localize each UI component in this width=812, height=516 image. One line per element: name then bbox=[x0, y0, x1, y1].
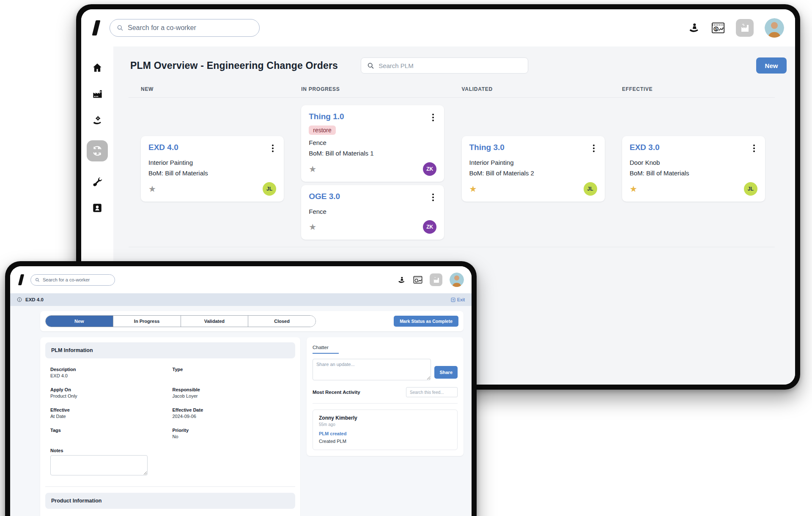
plm-card-thing-3[interactable]: Thing 3.0 Interior Painting BoM: Bill of… bbox=[462, 136, 605, 202]
favorite-star-icon[interactable]: ★ bbox=[148, 185, 156, 193]
kebab-menu-icon[interactable] bbox=[430, 192, 436, 203]
back-app-header: Search for a co-worker $ bbox=[81, 9, 795, 46]
assignee-avatar[interactable]: JL bbox=[744, 182, 757, 196]
favorite-star-icon[interactable]: ★ bbox=[469, 185, 477, 193]
status-pipeline-card: New In Progress Validated Closed Mark St… bbox=[40, 311, 464, 331]
board-row-divider bbox=[129, 247, 775, 247]
kebab-menu-icon[interactable] bbox=[751, 143, 757, 154]
kanban-column-effective: EXD 3.0 Door Knob BoM: Bill of Materials… bbox=[622, 105, 775, 240]
coworker-search-placeholder: Search for a co-worker bbox=[43, 277, 90, 282]
card-title-link[interactable]: Thing 3.0 bbox=[469, 143, 505, 152]
share-button[interactable]: Share bbox=[434, 366, 458, 379]
column-header-new: NEW bbox=[141, 86, 294, 92]
sales-analytics-icon[interactable]: $ bbox=[711, 22, 725, 34]
kanban-column-in-progress: Thing 1.0 restore Fence BoM: Bill of Mat… bbox=[301, 105, 454, 240]
plm-search-input[interactable]: Search PLM bbox=[361, 57, 528, 74]
sidebar-item-machines[interactable] bbox=[91, 88, 103, 100]
tab-chatter[interactable]: Chatter bbox=[313, 345, 339, 354]
sidebar-item-plm-active[interactable] bbox=[87, 140, 108, 161]
stage-in-progress[interactable]: In Progress bbox=[113, 316, 181, 327]
sidebar-item-services[interactable] bbox=[91, 114, 103, 126]
app-logo[interactable] bbox=[18, 274, 24, 285]
field-description: Description EXD 4.0 bbox=[50, 367, 168, 379]
field-tags: Tags bbox=[50, 428, 168, 440]
sidebar-item-home[interactable] bbox=[91, 62, 103, 74]
kebab-menu-icon[interactable] bbox=[430, 112, 436, 123]
field-priority: Priority No bbox=[173, 428, 291, 440]
card-title-link[interactable]: OGE 3.0 bbox=[309, 192, 340, 201]
search-icon bbox=[367, 62, 374, 69]
assignee-avatar[interactable]: JL bbox=[263, 182, 276, 196]
activity-timestamp: 55m ago bbox=[319, 422, 451, 427]
sidebar-item-tools[interactable] bbox=[91, 176, 103, 188]
card-line: BoM: Bill of Materials bbox=[630, 169, 757, 177]
support-icon[interactable] bbox=[397, 276, 406, 284]
stage-new[interactable]: New bbox=[46, 316, 113, 327]
front-app-header: Search for a co-worker bbox=[10, 266, 472, 293]
record-breadcrumb-bar: EXD 4.0 Exit bbox=[10, 293, 472, 306]
sidebar-item-employee-badge[interactable] bbox=[91, 202, 103, 214]
share-update-textarea[interactable] bbox=[313, 359, 431, 380]
card-line: BoM: Bill of Materials bbox=[148, 169, 276, 177]
kebab-menu-icon[interactable] bbox=[590, 143, 597, 154]
exit-button[interactable]: Exit bbox=[451, 297, 465, 302]
card-line: Interior Painting bbox=[469, 158, 597, 167]
app-logo[interactable] bbox=[92, 20, 101, 35]
feed-search-input[interactable] bbox=[406, 387, 458, 397]
assignee-avatar[interactable]: ZK bbox=[423, 220, 436, 234]
activity-header: Most Recent Activity bbox=[313, 390, 360, 395]
stage-closed[interactable]: Closed bbox=[248, 316, 315, 327]
stage-validated[interactable]: Validated bbox=[181, 316, 249, 327]
coworker-search-input[interactable]: Search for a co-worker bbox=[30, 274, 115, 286]
plm-card-oge-3[interactable]: OGE 3.0 Fence ★ ZK bbox=[301, 185, 444, 240]
support-icon[interactable] bbox=[688, 22, 700, 34]
kebab-menu-icon[interactable] bbox=[269, 143, 276, 154]
field-notes: Notes bbox=[50, 448, 168, 477]
coworker-search-placeholder: Search for a co-worker bbox=[128, 24, 196, 32]
notes-textarea[interactable] bbox=[50, 455, 148, 475]
plm-card-exd-3[interactable]: EXD 3.0 Door Knob BoM: Bill of Materials… bbox=[622, 136, 765, 202]
activity-item: Zonny Kimberly 55m ago PLM created Creat… bbox=[313, 410, 458, 450]
card-line: Fence bbox=[309, 138, 436, 147]
board-divider bbox=[129, 97, 775, 98]
field-effective-date: Effective Date 2024-09-06 bbox=[173, 407, 291, 419]
card-title-link[interactable]: Thing 1.0 bbox=[309, 112, 344, 121]
field-apply-on: Apply On Product Only bbox=[50, 387, 168, 399]
plm-information-card: PLM Information Description EXD 4.0 Type… bbox=[40, 337, 300, 516]
field-responsible: Responsible Jacob Loyer bbox=[173, 387, 291, 399]
svg-text:$: $ bbox=[715, 27, 717, 31]
section-divider bbox=[45, 486, 295, 487]
chatter-divider bbox=[313, 403, 458, 404]
favorite-star-icon[interactable]: ★ bbox=[309, 165, 316, 173]
plm-card-thing-1[interactable]: Thing 1.0 restore Fence BoM: Bill of Mat… bbox=[301, 105, 444, 182]
activity-author: Zonny Kimberly bbox=[319, 415, 451, 421]
column-header-in-progress: IN PROGRESS bbox=[301, 86, 454, 92]
column-header-validated: VALIDATED bbox=[462, 86, 614, 92]
assignee-avatar[interactable]: ZK bbox=[423, 162, 436, 176]
kanban-column-validated: Thing 3.0 Interior Painting BoM: Bill of… bbox=[462, 105, 614, 240]
card-title-link[interactable]: EXD 3.0 bbox=[630, 143, 660, 152]
record-detail-content: New In Progress Validated Closed Mark St… bbox=[10, 306, 472, 516]
assignee-avatar[interactable]: JL bbox=[584, 182, 597, 196]
mark-status-complete-button[interactable]: Mark Status as Complete bbox=[394, 316, 458, 327]
favorite-star-icon[interactable]: ★ bbox=[630, 185, 637, 193]
card-line: Door Knob bbox=[630, 158, 757, 167]
favorite-star-icon[interactable]: ★ bbox=[309, 223, 316, 231]
front-window-frame: Search for a co-worker EXD 4 bbox=[5, 261, 477, 516]
new-plm-button[interactable]: New bbox=[756, 57, 787, 74]
manufacturing-app-icon[interactable] bbox=[430, 273, 442, 286]
exit-label: Exit bbox=[457, 297, 465, 302]
exit-icon bbox=[451, 298, 455, 302]
status-pipeline: New In Progress Validated Closed bbox=[45, 315, 316, 327]
page-title: PLM Overview - Engineering Change Orders bbox=[130, 60, 338, 71]
coworker-search-input[interactable]: Search for a co-worker bbox=[110, 19, 260, 37]
search-icon bbox=[117, 25, 123, 31]
card-title-link[interactable]: EXD 4.0 bbox=[148, 143, 178, 152]
plm-card-exd-4[interactable]: EXD 4.0 Interior Painting BoM: Bill of M… bbox=[141, 136, 284, 202]
record-title: EXD 4.0 bbox=[25, 297, 44, 302]
manufacturing-app-icon[interactable] bbox=[736, 19, 754, 37]
user-avatar[interactable] bbox=[450, 273, 464, 287]
activity-event-link[interactable]: PLM created bbox=[319, 431, 451, 436]
user-avatar[interactable] bbox=[765, 18, 784, 38]
sales-analytics-icon[interactable] bbox=[413, 276, 422, 284]
